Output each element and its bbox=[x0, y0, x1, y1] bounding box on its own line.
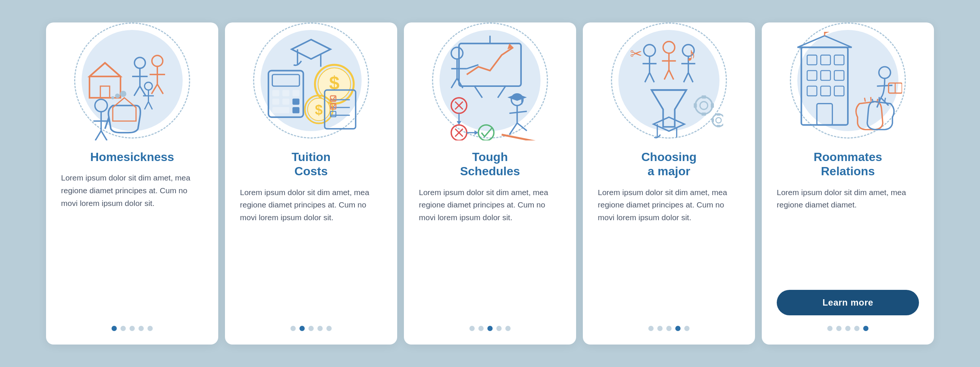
card-tuition-costs-dot-1[interactable] bbox=[299, 326, 305, 331]
svg-point-84 bbox=[644, 45, 655, 56]
svg-line-62 bbox=[451, 78, 457, 88]
svg-line-57 bbox=[498, 86, 506, 98]
card-homesickness-icon-area bbox=[46, 19, 218, 146]
card-homesickness-dot-0[interactable] bbox=[111, 326, 117, 331]
card-roommates-relations-title: RoommatesRelations bbox=[777, 150, 919, 179]
svg-point-113 bbox=[716, 118, 721, 123]
svg-marker-77 bbox=[508, 94, 527, 101]
svg-line-133 bbox=[877, 85, 892, 86]
card-tough-schedules-text: Lorem ipsum dolor sit dim amet, mea regi… bbox=[419, 186, 561, 315]
card-homesickness-dots bbox=[61, 326, 203, 331]
card-homesickness-dot-3[interactable] bbox=[138, 326, 144, 331]
svg-line-87 bbox=[645, 73, 649, 82]
card-tough-schedules-body: ToughSchedulesLorem ipsum dolor sit dim … bbox=[404, 150, 576, 331]
card-tough-schedules: ToughSchedulesLorem ipsum dolor sit dim … bbox=[404, 22, 576, 345]
card-roommates-relations-body: RoommatesRelationsLorem ipsum dolor sit … bbox=[762, 150, 934, 331]
card-homesickness-text: Lorem ipsum dolor sit dim amet, mea regi… bbox=[61, 172, 203, 315]
card-tuition-costs-icon: $ $ bbox=[257, 32, 365, 140]
cards-container: HomesicknessLorem ipsum dolor sit dim am… bbox=[27, 8, 953, 359]
svg-rect-109 bbox=[702, 112, 706, 115]
svg-line-97 bbox=[684, 73, 688, 82]
svg-line-17 bbox=[149, 102, 152, 109]
card-choosing-a-major-body: Choosinga majorLorem ipsum dolor sit dim… bbox=[583, 150, 755, 331]
card-tuition-costs-dot-2[interactable] bbox=[309, 326, 314, 331]
svg-point-132 bbox=[879, 67, 891, 78]
card-choosing-a-major-dot-1[interactable] bbox=[657, 326, 663, 331]
card-tough-schedules-dots bbox=[419, 326, 561, 331]
svg-line-88 bbox=[649, 73, 654, 82]
card-choosing-a-major-dot-0[interactable] bbox=[648, 326, 654, 331]
svg-line-16 bbox=[145, 102, 148, 109]
card-roommates-relations-icon bbox=[794, 32, 902, 140]
card-choosing-a-major: ♪ ✂ bbox=[583, 22, 755, 345]
svg-marker-103 bbox=[654, 117, 685, 131]
card-choosing-a-major-title: Choosinga major bbox=[598, 150, 740, 179]
svg-marker-101 bbox=[651, 90, 686, 126]
card-choosing-a-major-dot-4[interactable] bbox=[684, 326, 689, 331]
svg-line-141 bbox=[885, 98, 885, 102]
svg-point-20 bbox=[95, 99, 107, 112]
card-roommates-relations-dot-1[interactable] bbox=[836, 326, 842, 331]
svg-line-18 bbox=[105, 117, 109, 129]
card-choosing-a-major-icon-area: ♪ ✂ bbox=[583, 19, 755, 146]
svg-rect-129 bbox=[817, 104, 832, 125]
svg-point-13 bbox=[145, 82, 152, 90]
card-homesickness-dot-1[interactable] bbox=[121, 326, 126, 331]
svg-marker-19 bbox=[113, 98, 136, 121]
svg-rect-125 bbox=[834, 71, 844, 80]
card-roommates-relations-dot-0[interactable] bbox=[827, 326, 832, 331]
card-homesickness-dot-2[interactable] bbox=[129, 326, 135, 331]
card-choosing-a-major-dot-3[interactable] bbox=[675, 326, 681, 331]
svg-point-106 bbox=[695, 97, 712, 114]
svg-line-92 bbox=[665, 70, 669, 80]
card-choosing-a-major-text: Lorem ipsum dolor sit dim amet, mea regi… bbox=[598, 186, 740, 315]
card-tough-schedules-dot-3[interactable] bbox=[496, 326, 502, 331]
svg-line-82 bbox=[517, 123, 527, 131]
svg-line-81 bbox=[509, 123, 517, 134]
card-homesickness-body: HomesicknessLorem ipsum dolor sit dim am… bbox=[46, 150, 218, 331]
svg-text:♪: ♪ bbox=[687, 43, 696, 65]
card-tough-schedules-dot-0[interactable] bbox=[469, 326, 475, 331]
svg-rect-35 bbox=[292, 90, 299, 96]
card-tuition-costs-title: TuitionCosts bbox=[240, 150, 382, 179]
svg-point-26 bbox=[115, 94, 119, 98]
card-tough-schedules-dot-2[interactable] bbox=[487, 326, 493, 331]
card-tuition-costs-dots bbox=[240, 326, 382, 331]
card-tuition-costs-dot-4[interactable] bbox=[326, 326, 332, 331]
svg-line-23 bbox=[95, 131, 102, 140]
card-tough-schedules-dot-1[interactable] bbox=[478, 326, 484, 331]
svg-rect-123 bbox=[807, 71, 817, 80]
card-homesickness-dot-4[interactable] bbox=[148, 326, 153, 331]
svg-rect-108 bbox=[702, 96, 706, 99]
card-roommates-relations-dot-2[interactable] bbox=[845, 326, 851, 331]
svg-rect-1 bbox=[100, 86, 110, 98]
card-tuition-costs-body: TuitionCostsLorem ipsum dolor sit dim am… bbox=[225, 150, 397, 331]
card-roommates-relations-learn-more-button[interactable]: Learn more bbox=[777, 290, 919, 315]
card-homesickness-icon bbox=[78, 32, 186, 140]
card-choosing-a-major-icon: ♪ ✂ bbox=[615, 32, 723, 140]
svg-rect-122 bbox=[834, 55, 844, 65]
svg-rect-120 bbox=[807, 55, 817, 65]
card-roommates-relations-dot-4[interactable] bbox=[863, 326, 869, 331]
svg-line-83 bbox=[502, 134, 541, 140]
svg-point-107 bbox=[700, 102, 708, 109]
svg-rect-121 bbox=[821, 55, 830, 65]
card-tuition-costs-dot-0[interactable] bbox=[291, 326, 296, 331]
card-tough-schedules-dot-4[interactable] bbox=[505, 326, 511, 331]
card-tuition-costs-text: Lorem ipsum dolor sit dim amet, mea regi… bbox=[240, 186, 382, 315]
svg-line-143 bbox=[872, 99, 873, 103]
svg-text:$: $ bbox=[315, 102, 323, 118]
card-tuition-costs-dot-3[interactable] bbox=[317, 326, 323, 331]
svg-rect-40 bbox=[292, 107, 299, 113]
card-tough-schedules-icon-area bbox=[404, 19, 576, 146]
card-homesickness: HomesicknessLorem ipsum dolor sit dim am… bbox=[46, 22, 218, 345]
svg-rect-32 bbox=[272, 75, 299, 86]
card-roommates-relations-text: Lorem ipsum dolor sit dim amet, mea regi… bbox=[777, 186, 919, 279]
svg-rect-54 bbox=[459, 43, 521, 86]
card-choosing-a-major-dots bbox=[598, 326, 740, 331]
svg-marker-119 bbox=[797, 35, 852, 47]
svg-point-25 bbox=[111, 96, 114, 99]
card-roommates-relations-dot-3[interactable] bbox=[854, 326, 859, 331]
card-choosing-a-major-dot-2[interactable] bbox=[666, 326, 671, 331]
svg-rect-37 bbox=[282, 99, 290, 105]
